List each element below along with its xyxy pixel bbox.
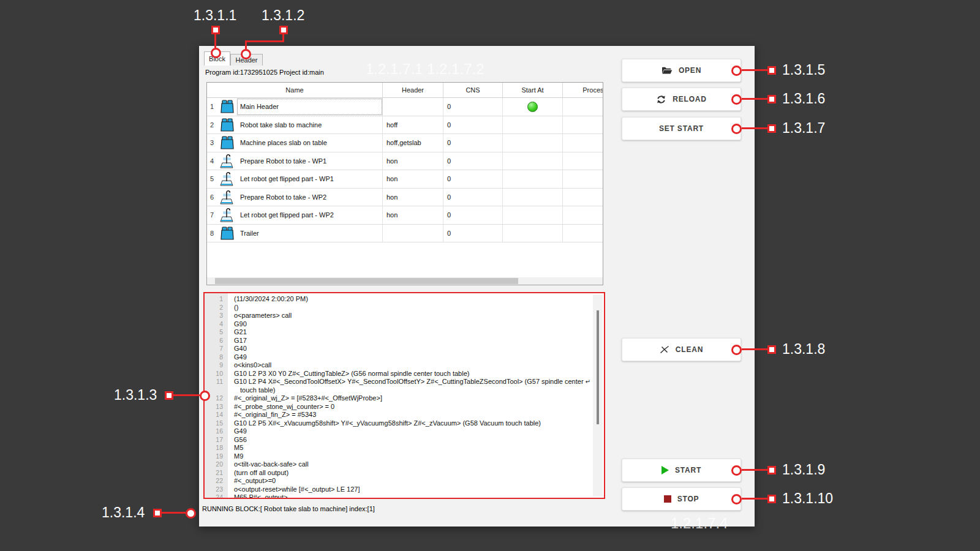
- table-row[interactable]: 4 Prepare Robot to take - WP1 hon 0: [207, 152, 603, 171]
- code-line-text: #<_original_fin_Z> = #5343: [228, 411, 316, 419]
- row-header-value: [383, 98, 443, 116]
- code-line: 21 (turn off all output): [205, 469, 592, 478]
- clean-button[interactable]: CLEAN: [622, 338, 741, 361]
- column-header-name: Name: [207, 83, 383, 97]
- flip-icon: [219, 153, 235, 169]
- code-line: 18 M5: [205, 444, 592, 452]
- annotation-square-1318: [767, 345, 776, 354]
- code-line-text: o<parameters> call: [228, 312, 292, 320]
- code-line-number: 9: [205, 361, 228, 370]
- horizontal-scrollbar-thumb[interactable]: [215, 278, 518, 284]
- annotation-line-1315: [742, 69, 767, 71]
- row-number: 2: [207, 116, 217, 134]
- row-cns-value: 0: [443, 98, 503, 116]
- code-line-text: G10 L2 P4 X#<_SecondToolOffsetX> Y#<_Sec…: [228, 378, 590, 386]
- start-button-label: START: [675, 466, 701, 474]
- code-line-text: G40: [228, 345, 247, 353]
- code-line: 1 (11/30/2024 2:00:20 PM): [205, 295, 592, 304]
- row-start-at-cell: [503, 225, 563, 242]
- row-processing-cell: [563, 225, 603, 242]
- code-line-text: G17: [228, 337, 247, 345]
- row-number: 1: [207, 98, 217, 116]
- row-number: 4: [207, 152, 217, 170]
- annotation-square-1312: [279, 26, 288, 34]
- gcode-editor[interactable]: 1 (11/30/2024 2:00:20 PM) 2 () 3 o<param…: [203, 292, 605, 499]
- reload-button[interactable]: RELOAD: [622, 88, 741, 111]
- row-number: 7: [207, 206, 217, 224]
- row-cns-value: 0: [443, 189, 503, 206]
- code-line-number: 21: [205, 469, 228, 478]
- block-icon: [219, 99, 235, 114]
- annotation-circle-1318: [731, 345, 742, 355]
- annotation-circle-1313: [200, 391, 210, 401]
- row-cns-value: 0: [443, 116, 503, 134]
- annotation-square-1311: [211, 26, 220, 34]
- code-line-text: G49: [228, 353, 247, 362]
- annotation-circle-1311: [211, 48, 221, 58]
- start-button[interactable]: START: [622, 459, 741, 482]
- annotation-square-1313: [165, 391, 173, 400]
- row-number: 8: [207, 225, 217, 242]
- stop-button[interactable]: STOP: [622, 487, 741, 511]
- row-header-value: hon: [383, 170, 443, 188]
- open-button[interactable]: OPEN: [622, 59, 741, 82]
- code-line-number: 7: [205, 345, 228, 353]
- row-processing-cell: [563, 206, 603, 224]
- row-processing-cell: [563, 116, 603, 134]
- code-line: 12 #<_original_wj_Z> = [#5283+#<_OffsetW…: [205, 394, 592, 403]
- code-line: 20 o<tilt-vac-back-safe> call: [205, 460, 592, 469]
- row-icon-cell: [217, 152, 236, 170]
- running-indicator: [527, 102, 538, 112]
- annotation-label-1315: 1.3.1.5: [782, 62, 825, 78]
- annotation-square-1319: [767, 466, 776, 474]
- code-line-number: 15: [205, 419, 228, 428]
- table-row[interactable]: 1 Main Header 0: [207, 98, 603, 116]
- code-line-number: 5: [205, 328, 228, 337]
- row-icon-cell: [217, 116, 236, 134]
- vertical-scrollbar-thumb[interactable]: [597, 310, 599, 424]
- code-line-text: (turn off all output): [228, 469, 288, 478]
- code-line: 11 G10 L2 P4 X#<_SecondToolOffsetX> Y#<_…: [205, 378, 592, 386]
- table-row[interactable]: 7 Let robot get flipped part - WP2 hon 0: [207, 206, 603, 225]
- annotation-line-1319: [742, 469, 767, 471]
- row-start-at-cell: [503, 152, 563, 170]
- table-row[interactable]: 3 Machine places slab on table hoff,gets…: [207, 134, 603, 152]
- code-line-number: 22: [205, 477, 228, 485]
- clean-icon: [660, 345, 669, 354]
- code-line-number: 19: [205, 452, 228, 461]
- set-start-button[interactable]: SET START: [622, 117, 741, 140]
- code-line-text: M9: [228, 452, 243, 461]
- row-name: Prepare Robot to take - WP1: [236, 152, 383, 170]
- code-line-number: 10: [205, 370, 228, 378]
- column-header-header: Header: [383, 83, 443, 97]
- code-vertical-scrollbar[interactable]: [593, 294, 603, 497]
- row-start-at-cell: [503, 170, 563, 188]
- code-line-number: 16: [205, 427, 228, 436]
- code-line-number: 6: [205, 337, 228, 345]
- row-header-value: hon: [383, 189, 443, 206]
- code-line: 9 o<kins0>call: [205, 361, 592, 370]
- code-line: 16 G49: [205, 427, 592, 436]
- row-icon-cell: [217, 98, 236, 116]
- annotation-line-1311: [214, 34, 216, 48]
- table-row[interactable]: 2 Robot take slab to machine hoff 0: [207, 116, 603, 135]
- row-processing-cell: [563, 170, 603, 188]
- code-line-number: 1: [205, 295, 228, 304]
- code-line-text: G56: [228, 436, 247, 444]
- flip-icon: [219, 189, 235, 205]
- table-row[interactable]: 6 Prepare Robot to take - WP2 hon 0: [207, 189, 603, 207]
- code-line-number: 8: [205, 353, 228, 362]
- row-header-value: hoff: [383, 116, 443, 134]
- column-header-processing: Processing: [563, 83, 603, 97]
- annotation-line-13110: [742, 498, 767, 500]
- table-row[interactable]: 8 Trailer 0: [207, 225, 603, 243]
- annotation-circle-1316: [731, 94, 742, 105]
- annotation-circle-1315: [731, 66, 742, 76]
- annotation-circle-1312: [241, 49, 251, 59]
- column-header-start-at: Start At: [503, 83, 563, 97]
- table-horizontal-scrollbar[interactable]: [207, 277, 603, 285]
- code-line-text: G21: [228, 328, 247, 337]
- code-line: 2 (): [205, 304, 592, 312]
- block-table: Name Header CNS Start At Processing 1 Ma…: [206, 82, 603, 285]
- table-row[interactable]: 5 Let robot get flipped part - WP1 hon 0: [207, 170, 603, 189]
